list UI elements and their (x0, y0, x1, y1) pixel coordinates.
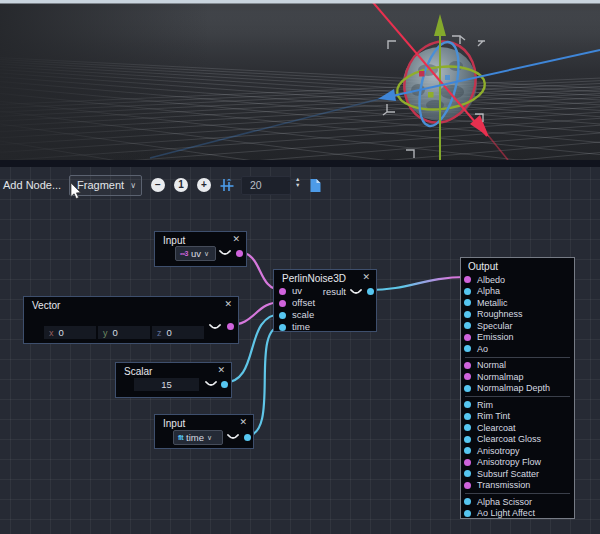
preview-chevron-icon[interactable] (227, 434, 239, 441)
scalar-value-input[interactable]: 15 (134, 378, 199, 391)
port-rim-tint[interactable] (464, 413, 471, 420)
close-icon[interactable]: ✕ (239, 417, 247, 427)
port-normal[interactable] (464, 362, 471, 369)
3d-viewport[interactable] (0, 0, 600, 160)
port-group-divider (465, 493, 570, 494)
input-type-dropdown[interactable]: flt time ∨ (173, 430, 223, 445)
close-icon[interactable]: ✕ (362, 272, 370, 282)
node-scalar[interactable]: Scalar ✕ 15 (115, 362, 232, 398)
axis-value: 0 (59, 327, 64, 338)
snap-spinner[interactable]: ▲ ▼ (295, 179, 300, 191)
port-label: Emission (477, 332, 514, 342)
output-port-row: Emission (461, 332, 574, 344)
input-port-uv[interactable] (279, 288, 286, 295)
port-ao-light-affect[interactable] (464, 510, 471, 517)
snap-distance-value: 20 (250, 179, 262, 191)
output-port-row: Rim (461, 399, 574, 411)
graph-toolbar: Add Node... Fragment ∨ − 1 + 20 ▲ ▼ (0, 173, 600, 197)
vector-z-input[interactable]: z0 (152, 326, 204, 339)
port-label: offset (292, 297, 315, 308)
add-node-button[interactable]: Add Node... (3, 179, 61, 191)
port-normalmap[interactable] (464, 373, 471, 380)
node-title: Input (163, 235, 185, 246)
output-port-row: Anisotropy (461, 445, 574, 457)
node-title: Scalar (124, 366, 152, 377)
port-label: Specular (477, 321, 513, 331)
node-title: Vector (32, 300, 60, 311)
input-type-dropdown[interactable]: ∞3 uv ∨ (175, 246, 216, 261)
port-alpha[interactable] (464, 288, 471, 295)
output-port-row: Subsurf Scatter (461, 468, 574, 480)
port-metallic[interactable] (464, 299, 471, 306)
y-plane-handle[interactable] (428, 92, 434, 98)
snap-distance-input[interactable]: 20 (241, 176, 291, 195)
axis-label: z (157, 328, 162, 338)
chevron-down-icon: ∨ (130, 181, 136, 190)
port-label: Transmission (477, 480, 530, 490)
port-label: Alpha Scissor (477, 497, 532, 507)
port-label: Anisotropy Flow (477, 457, 541, 467)
port-normalmap-depth[interactable] (464, 385, 471, 392)
graph-canvas[interactable]: Add Node... Fragment ∨ − 1 + 20 ▲ ▼ (0, 167, 600, 534)
vector-x-input[interactable]: x0 (44, 326, 96, 339)
port-roughness[interactable] (464, 311, 471, 318)
input-port-scale[interactable] (279, 312, 286, 319)
axis-value: 0 (113, 327, 118, 338)
close-icon[interactable]: ✕ (217, 365, 225, 375)
port-group-divider (465, 396, 570, 397)
port-rim[interactable] (464, 401, 471, 408)
node-output[interactable]: Output AlbedoAlphaMetallicRoughnessSpecu… (460, 257, 575, 519)
z-plane-handle[interactable] (445, 75, 450, 80)
port-specular[interactable] (464, 322, 471, 329)
x-plane-handle[interactable] (419, 71, 425, 77)
spinner-down-icon: ▼ (295, 185, 300, 191)
node-input-time[interactable]: Input ✕ flt time ∨ (154, 414, 254, 449)
output-port-uv[interactable] (236, 250, 243, 257)
node-input-uv[interactable]: Input ✕ ∞3 uv ∨ (154, 231, 247, 267)
preview-chevron-icon[interactable] (219, 250, 231, 257)
port-label: Albedo (477, 275, 505, 285)
port-clearcoat-gloss[interactable] (464, 436, 471, 443)
result-port-label: result (323, 286, 346, 297)
port-ao[interactable] (464, 345, 471, 352)
port-anisotropy[interactable] (464, 447, 471, 454)
node-title: Output (468, 261, 498, 272)
input-port-offset[interactable] (279, 300, 286, 307)
snap-toggle-icon[interactable] (220, 178, 234, 192)
port-albedo[interactable] (464, 276, 471, 283)
output-port-time[interactable] (244, 434, 251, 441)
port-transmission[interactable] (464, 482, 471, 489)
zoom-out-button[interactable]: − (151, 178, 165, 192)
port-label: Normal (477, 360, 506, 370)
input-port-time[interactable] (279, 324, 286, 331)
output-port-vector[interactable] (227, 323, 234, 330)
preview-chevron-icon[interactable] (350, 289, 362, 296)
output-port-result[interactable] (367, 288, 374, 295)
viewport-scene (0, 0, 600, 160)
port-clearcoat[interactable] (464, 424, 471, 431)
close-icon[interactable]: ✕ (232, 234, 240, 244)
port-anisotropy-flow[interactable] (464, 459, 471, 466)
output-port-row: Transmission (461, 480, 574, 492)
zoom-in-button[interactable]: + (197, 178, 211, 192)
node-vector[interactable]: Vector ✕ x0y0z0 (23, 296, 239, 344)
preview-chevron-icon[interactable] (209, 324, 221, 331)
port-label: Clearcoat Gloss (477, 434, 541, 444)
top-strip (0, 0, 600, 4)
zoom-reset-button[interactable]: 1 (174, 178, 188, 192)
shader-code-button[interactable] (309, 178, 322, 193)
port-label: Rim Tint (477, 411, 510, 421)
output-port-scalar[interactable] (221, 381, 228, 388)
node-title: Input (163, 418, 185, 429)
close-icon[interactable]: ✕ (224, 299, 232, 309)
port-subsurf-scatter[interactable] (464, 470, 471, 477)
vector-y-input[interactable]: y0 (98, 326, 150, 339)
preview-chevron-icon[interactable] (205, 381, 217, 388)
chevron-down-icon: ∨ (207, 434, 212, 442)
port-label: Alpha (477, 286, 500, 296)
panel-separator (0, 160, 600, 167)
node-perlinnoise3d[interactable]: PerlinNoise3D ✕ uvoffsetscaletime result (273, 269, 377, 332)
float-type-icon: flt (178, 434, 183, 441)
port-alpha-scissor[interactable] (464, 498, 471, 505)
port-emission[interactable] (464, 334, 471, 341)
